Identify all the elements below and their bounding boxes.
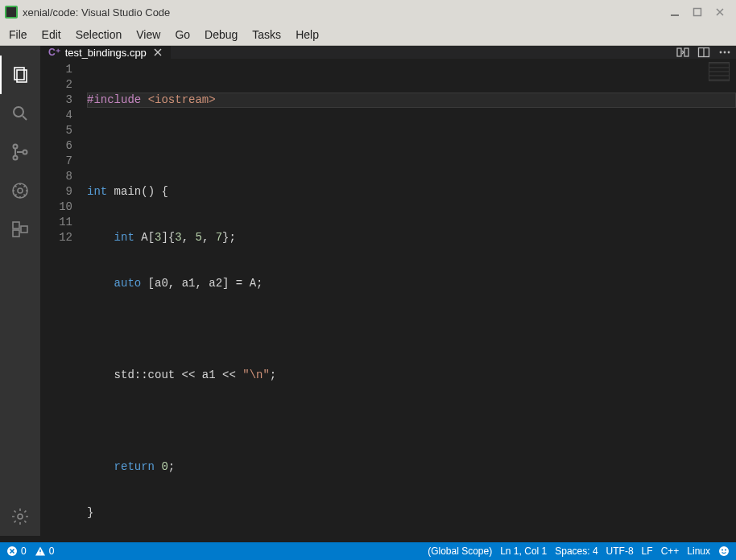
menu-help[interactable]: Help <box>288 25 326 44</box>
tab-filename: test_bindings.cpp <box>65 47 147 59</box>
svg-point-20 <box>719 546 729 556</box>
svg-rect-11 <box>21 226 27 233</box>
svg-point-22 <box>725 550 726 551</box>
close-window-button[interactable] <box>709 1 731 23</box>
svg-point-6 <box>23 150 27 154</box>
status-bar: 0 0 (Global Scope) Ln 1, Col 1 Spaces: 4… <box>0 542 736 560</box>
cpp-file-icon: C⁺ <box>48 47 60 58</box>
svg-point-16 <box>720 51 722 54</box>
os-titlebar: xenial/code: Visual Studio Code <box>0 0 736 24</box>
svg-point-4 <box>14 145 18 149</box>
menubar: File Edit Selection View Go Debug Tasks … <box>0 24 736 46</box>
debug-icon[interactable] <box>0 171 40 210</box>
svg-rect-14 <box>684 48 688 56</box>
svg-point-18 <box>728 51 730 54</box>
activity-bar <box>0 46 40 536</box>
minimap[interactable] <box>709 62 730 81</box>
menu-edit[interactable]: Edit <box>35 25 68 44</box>
status-scope[interactable]: (Global Scope) <box>428 546 492 557</box>
svg-point-3 <box>14 107 23 117</box>
svg-point-12 <box>18 514 23 519</box>
svg-rect-0 <box>694 9 701 16</box>
menu-view[interactable]: View <box>129 25 167 44</box>
status-indent[interactable]: Spaces: 4 <box>555 546 597 557</box>
status-encoding[interactable]: UTF-8 <box>606 546 634 557</box>
code-content[interactable]: #include <iostream> int main() { int A[3… <box>87 59 736 560</box>
menu-go[interactable]: Go <box>167 25 197 44</box>
app-logo-icon <box>5 6 18 19</box>
svg-point-8 <box>18 188 23 193</box>
tab-file[interactable]: C⁺ test_bindings.cpp <box>40 46 172 59</box>
split-editor-icon[interactable] <box>697 46 710 59</box>
editor-actions <box>672 46 736 59</box>
svg-point-17 <box>724 51 726 54</box>
menu-file[interactable]: File <box>2 25 35 44</box>
status-cursor-pos[interactable]: Ln 1, Col 1 <box>500 546 547 557</box>
status-language[interactable]: C++ <box>661 546 680 557</box>
source-control-icon[interactable] <box>0 133 40 171</box>
svg-point-7 <box>13 183 27 198</box>
minimize-button[interactable] <box>664 1 686 23</box>
editor-tabs: C⁺ test_bindings.cpp <box>40 46 736 59</box>
settings-gear-icon[interactable] <box>0 497 40 536</box>
compare-icon[interactable] <box>676 46 689 59</box>
status-os[interactable]: Linux <box>687 546 710 557</box>
window-title: xenial/code: Visual Studio Code <box>23 6 664 19</box>
explorer-icon[interactable] <box>0 56 40 94</box>
code-editor[interactable]: 1 2 3 4 5 6 7 8 9 10 11 12 #include <ios… <box>40 59 736 560</box>
svg-rect-13 <box>677 48 681 56</box>
menu-selection[interactable]: Selection <box>68 25 130 44</box>
line-gutter: 1 2 3 4 5 6 7 8 9 10 11 12 <box>40 59 87 560</box>
status-errors[interactable]: 0 <box>6 546 27 557</box>
svg-rect-10 <box>13 230 19 237</box>
extensions-icon[interactable] <box>0 210 40 249</box>
more-actions-icon[interactable] <box>718 46 731 59</box>
warning-icon <box>35 546 46 557</box>
svg-rect-9 <box>13 222 19 229</box>
svg-point-21 <box>722 550 723 551</box>
maximize-button[interactable] <box>686 1 709 23</box>
menu-tasks[interactable]: Tasks <box>245 25 288 44</box>
error-icon <box>6 546 18 557</box>
status-eol[interactable]: LF <box>642 546 653 557</box>
status-feedback-icon[interactable] <box>718 546 730 557</box>
search-icon[interactable] <box>0 94 40 133</box>
status-warnings[interactable]: 0 <box>35 546 55 557</box>
menu-debug[interactable]: Debug <box>197 25 245 44</box>
tab-close-icon[interactable] <box>153 47 163 57</box>
svg-point-5 <box>14 156 18 160</box>
